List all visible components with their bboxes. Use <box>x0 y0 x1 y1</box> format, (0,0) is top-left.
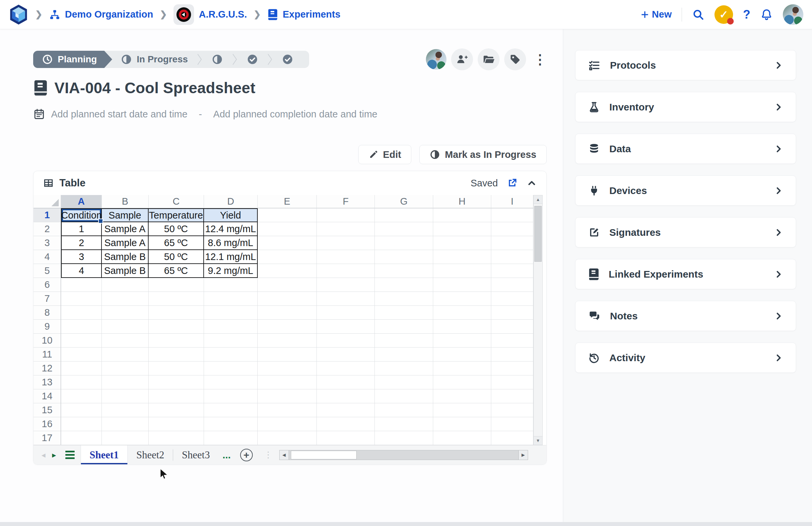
cell-E5[interactable] <box>258 264 317 278</box>
cell-E6[interactable] <box>258 278 317 292</box>
row-header-13[interactable]: 13 <box>33 376 61 389</box>
cell-B12[interactable] <box>102 362 149 376</box>
new-button[interactable]: New <box>640 9 672 20</box>
row-header-9[interactable]: 9 <box>33 320 61 334</box>
cell-B7[interactable] <box>102 292 149 306</box>
cell-I5[interactable] <box>491 264 533 278</box>
cell-C15[interactable] <box>149 403 204 417</box>
cell-B14[interactable] <box>102 389 149 403</box>
select-all-corner[interactable] <box>33 195 61 208</box>
add-sheet-button[interactable]: + <box>240 449 253 461</box>
sheet-tab-2[interactable]: Sheet2 <box>128 445 173 465</box>
cell-A2[interactable]: 1 <box>61 222 102 236</box>
cell-G6[interactable] <box>375 278 433 292</box>
cell-F11[interactable] <box>317 348 375 362</box>
cell-F10[interactable] <box>317 334 375 348</box>
cell-H6[interactable] <box>433 278 491 292</box>
cell-B2[interactable]: Sample A <box>102 222 149 236</box>
collapse-chevron-up-icon[interactable] <box>526 178 537 188</box>
edit-button[interactable]: Edit <box>358 145 412 164</box>
cell-C3[interactable]: 65 ºC <box>149 236 204 250</box>
row-header-4[interactable]: 4 <box>33 250 61 264</box>
row-header-7[interactable]: 7 <box>33 292 61 306</box>
sidebar-item-activity[interactable]: Activity <box>575 342 796 373</box>
step-5[interactable] <box>273 54 302 65</box>
cell-E16[interactable] <box>258 417 317 431</box>
cell-G7[interactable] <box>375 292 433 306</box>
cell-B11[interactable] <box>102 348 149 362</box>
cell-D6[interactable] <box>204 278 258 292</box>
cell-H3[interactable] <box>433 236 491 250</box>
sheet-menu-icon[interactable] <box>66 451 75 459</box>
cell-A14[interactable] <box>61 389 102 403</box>
add-user-button[interactable] <box>451 48 473 70</box>
sidebar-item-signatures[interactable]: Signatures <box>575 217 796 247</box>
row-header-6[interactable]: 6 <box>33 278 61 292</box>
cell-G14[interactable] <box>375 389 433 403</box>
cell-H12[interactable] <box>433 362 491 376</box>
sheet-tab-3[interactable]: Sheet3 <box>173 445 218 465</box>
row-header-11[interactable]: 11 <box>33 348 61 362</box>
cell-I11[interactable] <box>491 348 533 362</box>
breadcrumb-experiments[interactable]: Experiments <box>267 9 340 20</box>
cell-A3[interactable]: 2 <box>61 236 102 250</box>
cell-D11[interactable] <box>204 348 258 362</box>
cell-I1[interactable] <box>491 208 533 222</box>
cell-B4[interactable]: Sample B <box>102 250 149 264</box>
cell-I9[interactable] <box>491 320 533 334</box>
cell-A12[interactable] <box>61 362 102 376</box>
cell-A11[interactable] <box>61 348 102 362</box>
cell-I16[interactable] <box>491 417 533 431</box>
cell-C14[interactable] <box>149 389 204 403</box>
cell-A7[interactable] <box>61 292 102 306</box>
row-header-16[interactable]: 16 <box>33 417 61 431</box>
cell-F17[interactable] <box>317 431 375 445</box>
row-header-10[interactable]: 10 <box>33 334 61 348</box>
tasks-status-avatar[interactable]: ✓ <box>714 5 733 24</box>
cell-H8[interactable] <box>433 306 491 320</box>
cell-C16[interactable] <box>149 417 204 431</box>
cell-I12[interactable] <box>491 362 533 376</box>
cell-D16[interactable] <box>204 417 258 431</box>
cell-F2[interactable] <box>317 222 375 236</box>
open-external-icon[interactable] <box>507 177 518 189</box>
cell-E4[interactable] <box>258 250 317 264</box>
cell-G8[interactable] <box>375 306 433 320</box>
cell-B9[interactable] <box>102 320 149 334</box>
cell-A5[interactable]: 4 <box>61 264 102 278</box>
cell-G2[interactable] <box>375 222 433 236</box>
sidebar-item-notes[interactable]: Notes <box>575 301 796 331</box>
cell-E12[interactable] <box>258 362 317 376</box>
cell-F14[interactable] <box>317 389 375 403</box>
row-header-12[interactable]: 12 <box>33 362 61 376</box>
cell-H5[interactable] <box>433 264 491 278</box>
cell-B16[interactable] <box>102 417 149 431</box>
cell-C2[interactable]: 50 ºC <box>149 222 204 236</box>
cell-G13[interactable] <box>375 376 433 389</box>
cell-H1[interactable] <box>433 208 491 222</box>
row-header-17[interactable]: 17 <box>33 431 61 445</box>
column-header-I[interactable]: I <box>491 195 533 208</box>
help-icon[interactable]: ? <box>743 8 750 21</box>
cell-G12[interactable] <box>375 362 433 376</box>
cell-H11[interactable] <box>433 348 491 362</box>
cell-H15[interactable] <box>433 403 491 417</box>
cell-A17[interactable] <box>61 431 102 445</box>
cell-D1[interactable]: Yield <box>204 208 258 222</box>
cell-C12[interactable] <box>149 362 204 376</box>
cell-D5[interactable]: 9.2 mg/mL <box>204 264 258 278</box>
column-header-G[interactable]: G <box>375 195 433 208</box>
cell-E14[interactable] <box>258 389 317 403</box>
cell-E9[interactable] <box>258 320 317 334</box>
cell-D9[interactable] <box>204 320 258 334</box>
cell-A15[interactable] <box>61 403 102 417</box>
more-options-kebab[interactable]: ⋮ <box>533 52 547 67</box>
cell-H4[interactable] <box>433 250 491 264</box>
tag-button[interactable] <box>504 48 526 70</box>
cell-C5[interactable]: 65 ºC <box>149 264 204 278</box>
cell-G4[interactable] <box>375 250 433 264</box>
cell-I6[interactable] <box>491 278 533 292</box>
column-header-F[interactable]: F <box>317 195 375 208</box>
column-header-D[interactable]: D <box>204 195 258 208</box>
cell-C11[interactable] <box>149 348 204 362</box>
